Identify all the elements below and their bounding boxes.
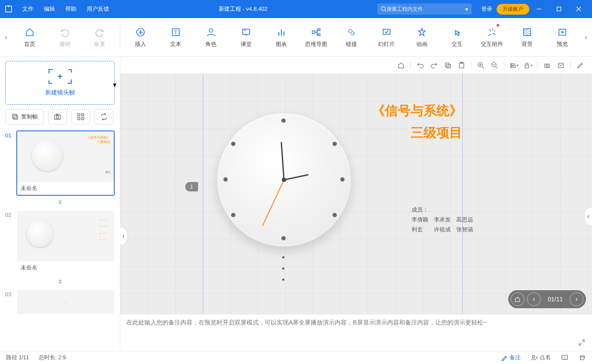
ribbon: ‹ 首页 撤销 恢复 插入 T 文本 角色 课堂 图表 思维导图 链接 (0, 18, 592, 57)
ribbon-prev-button[interactable]: ‹ (0, 18, 12, 56)
tool-redo[interactable]: 恢复 (82, 18, 118, 56)
person-icon (205, 27, 217, 38)
copy-button[interactable] (442, 59, 454, 71)
notes-toggle-button[interactable]: 备注 (501, 354, 521, 361)
newframe-dropdown-icon[interactable]: ▾ (113, 81, 116, 89)
grid-button[interactable] (71, 109, 90, 124)
rollcall-button[interactable]: 点名 (531, 354, 551, 361)
search-input[interactable] (387, 6, 463, 12)
thumb-2[interactable]: ○ ·····○ ·······○ ·····○ ···· 未命名 (16, 210, 115, 275)
nav-prev-button[interactable]: ‹ (527, 292, 541, 306)
thumb-number: 03 (5, 289, 16, 297)
nav-home-button[interactable] (511, 292, 525, 306)
thumb-3[interactable]: ··· (16, 289, 115, 315)
menu-feedback[interactable]: 用户反馈 (82, 0, 114, 18)
members-block[interactable]: 成员： 李倩颖 李承发 高思远 利玄 许祖成 张智涵 (412, 205, 473, 235)
svg-rect-30 (56, 114, 58, 115)
zoom-out-button[interactable] (488, 59, 500, 71)
lock-button[interactable]: ▾ (522, 59, 534, 71)
tool-preview[interactable]: 预览 (545, 18, 580, 56)
sparkle-icon (486, 27, 497, 38)
tool-anim[interactable]: 动画 (404, 18, 439, 56)
chevron-down-icon[interactable]: ▾ (465, 6, 468, 12)
grid-icon (77, 113, 85, 121)
collapse-right-button[interactable]: ‹ (584, 207, 592, 226)
align-button[interactable]: ▾ (508, 59, 520, 71)
thumb-row-3: 03 ··· (5, 289, 115, 315)
undo-icon (59, 27, 70, 38)
canvas[interactable]: 1 《信号与系统》 三级项目 成员： 李倩颖 (120, 74, 592, 314)
tool-class[interactable]: 课堂 (229, 18, 264, 56)
slide-marker[interactable]: 1 (185, 182, 198, 191)
login-button[interactable]: 登录 (481, 5, 492, 13)
svg-text:T: T (174, 30, 177, 36)
redo-view-button[interactable] (428, 59, 440, 71)
link-icon (346, 27, 357, 38)
svg-rect-21 (318, 29, 320, 30)
canvas-toolbar: ▾ ▾ (120, 57, 592, 74)
thumb-1[interactable]: 《信号与系统》三级项目 成员··· 未命名 (16, 130, 115, 196)
note-icon (501, 355, 507, 361)
svg-rect-27 (14, 115, 18, 119)
close-button[interactable] (569, 0, 589, 18)
thumb-row-1: 01 《信号与系统》三级项目 成员··· 未命名 (5, 130, 115, 196)
maximize-button[interactable] (549, 0, 569, 18)
loop-button[interactable] (95, 109, 113, 124)
svg-rect-31 (78, 114, 80, 116)
tool-undo[interactable]: 撤销 (47, 18, 82, 56)
menu-help[interactable]: 帮助 (60, 0, 82, 18)
tool-text[interactable]: T 文本 (158, 18, 193, 56)
tool-home[interactable]: 首页 (12, 18, 47, 56)
camera-button[interactable] (48, 109, 67, 124)
frame-actions: 复制帧 (5, 109, 115, 124)
tool-insert[interactable]: 插入 (123, 18, 158, 56)
plus-icon: + (58, 72, 63, 82)
tool-role[interactable]: 角色 (193, 18, 229, 56)
tool-link[interactable]: 链接 (334, 18, 369, 56)
collapse-left-button[interactable]: ‹ (120, 227, 128, 246)
nav-next-button[interactable]: › (570, 292, 583, 306)
clock-graphic[interactable] (217, 113, 351, 246)
tool-widget[interactable]: 交互组件 (475, 18, 510, 56)
redo-icon (94, 27, 105, 38)
svg-line-44 (496, 67, 497, 68)
tool-chart[interactable]: 图表 (264, 18, 299, 56)
zoom-in-button[interactable] (475, 59, 487, 71)
svg-rect-22 (318, 34, 320, 36)
slide-nav-pill: ‹ 01/11 › (508, 290, 586, 308)
edit-button[interactable] (574, 59, 586, 71)
screenshot-button[interactable] (541, 59, 553, 71)
new-frame-button[interactable]: + 新建镜头帧 (5, 61, 115, 105)
thumb-number: 02 (5, 210, 16, 218)
tool-mindmap[interactable]: 思维导图 (299, 18, 334, 56)
record-button[interactable] (579, 355, 586, 361)
play-icon (557, 27, 568, 38)
present-button[interactable] (561, 355, 568, 361)
tool-bg[interactable]: 背景 (510, 18, 545, 56)
hourglass-icon: ⧗ (5, 198, 115, 206)
ribbon-next-button[interactable]: › (580, 18, 592, 56)
tool-interact[interactable]: 交互 (439, 18, 475, 56)
notes-input[interactable] (126, 319, 586, 345)
svg-rect-35 (445, 63, 449, 67)
menu-edit[interactable]: 编辑 (39, 0, 60, 18)
copy-frame-button[interactable]: 复制帧 (5, 109, 44, 124)
svg-point-2 (381, 7, 385, 11)
notification-dot-icon (497, 24, 499, 27)
menu-file[interactable]: 文件 (17, 0, 39, 18)
expand-icon[interactable] (578, 339, 585, 346)
copy-icon (12, 113, 18, 120)
undo-view-button[interactable] (414, 59, 426, 71)
home-view-button[interactable] (395, 59, 407, 71)
tool-slide[interactable]: 幻灯片 (369, 18, 404, 56)
loop-icon (100, 113, 108, 121)
svg-rect-23 (383, 29, 390, 34)
paste-button[interactable] (455, 59, 467, 71)
fit-button[interactable] (555, 59, 567, 71)
svg-rect-49 (525, 65, 529, 68)
slide-title[interactable]: 《信号与系统》 三级项目 (359, 100, 462, 143)
svg-rect-48 (511, 66, 516, 67)
search-box[interactable]: ▾ (377, 3, 472, 15)
upgrade-button[interactable]: 升级账户 (497, 4, 529, 15)
minimize-button[interactable] (529, 0, 549, 18)
